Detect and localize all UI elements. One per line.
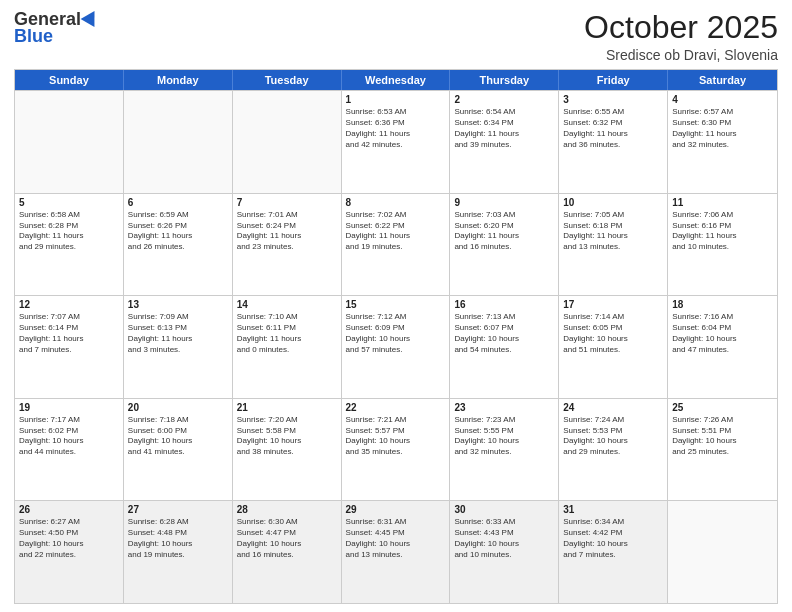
day-number: 23 — [454, 402, 554, 413]
day-number: 16 — [454, 299, 554, 310]
cell-info: Sunrise: 7:10 AMSunset: 6:11 PMDaylight:… — [237, 312, 337, 355]
header-wednesday: Wednesday — [342, 70, 451, 90]
calendar-cell: 13Sunrise: 7:09 AMSunset: 6:13 PMDayligh… — [124, 296, 233, 398]
day-number: 25 — [672, 402, 773, 413]
calendar-cell: 8Sunrise: 7:02 AMSunset: 6:22 PMDaylight… — [342, 194, 451, 296]
header-tuesday: Tuesday — [233, 70, 342, 90]
cell-info: Sunrise: 7:26 AMSunset: 5:51 PMDaylight:… — [672, 415, 773, 458]
calendar-cell: 25Sunrise: 7:26 AMSunset: 5:51 PMDayligh… — [668, 399, 777, 501]
calendar-cell: 5Sunrise: 6:58 AMSunset: 6:28 PMDaylight… — [15, 194, 124, 296]
cell-info: Sunrise: 7:12 AMSunset: 6:09 PMDaylight:… — [346, 312, 446, 355]
calendar-row-3: 12Sunrise: 7:07 AMSunset: 6:14 PMDayligh… — [15, 295, 777, 398]
cell-info: Sunrise: 7:03 AMSunset: 6:20 PMDaylight:… — [454, 210, 554, 253]
calendar-cell — [15, 91, 124, 193]
header-saturday: Saturday — [668, 70, 777, 90]
calendar-cell: 1Sunrise: 6:53 AMSunset: 6:36 PMDaylight… — [342, 91, 451, 193]
calendar-row-4: 19Sunrise: 7:17 AMSunset: 6:02 PMDayligh… — [15, 398, 777, 501]
cell-info: Sunrise: 6:59 AMSunset: 6:26 PMDaylight:… — [128, 210, 228, 253]
calendar-cell: 6Sunrise: 6:59 AMSunset: 6:26 PMDaylight… — [124, 194, 233, 296]
header-monday: Monday — [124, 70, 233, 90]
calendar-cell: 27Sunrise: 6:28 AMSunset: 4:48 PMDayligh… — [124, 501, 233, 603]
calendar-cell: 22Sunrise: 7:21 AMSunset: 5:57 PMDayligh… — [342, 399, 451, 501]
calendar-cell: 10Sunrise: 7:05 AMSunset: 6:18 PMDayligh… — [559, 194, 668, 296]
cell-info: Sunrise: 7:09 AMSunset: 6:13 PMDaylight:… — [128, 312, 228, 355]
logo-blue: Blue — [14, 26, 53, 47]
day-number: 2 — [454, 94, 554, 105]
day-number: 22 — [346, 402, 446, 413]
cell-info: Sunrise: 7:23 AMSunset: 5:55 PMDaylight:… — [454, 415, 554, 458]
calendar-cell: 16Sunrise: 7:13 AMSunset: 6:07 PMDayligh… — [450, 296, 559, 398]
calendar-row-2: 5Sunrise: 6:58 AMSunset: 6:28 PMDaylight… — [15, 193, 777, 296]
calendar-header: Sunday Monday Tuesday Wednesday Thursday… — [15, 70, 777, 90]
calendar-cell: 31Sunrise: 6:34 AMSunset: 4:42 PMDayligh… — [559, 501, 668, 603]
cell-info: Sunrise: 6:34 AMSunset: 4:42 PMDaylight:… — [563, 517, 663, 560]
cell-info: Sunrise: 7:06 AMSunset: 6:16 PMDaylight:… — [672, 210, 773, 253]
day-number: 10 — [563, 197, 663, 208]
cell-info: Sunrise: 6:33 AMSunset: 4:43 PMDaylight:… — [454, 517, 554, 560]
day-number: 14 — [237, 299, 337, 310]
header-friday: Friday — [559, 70, 668, 90]
day-number: 3 — [563, 94, 663, 105]
cell-info: Sunrise: 7:13 AMSunset: 6:07 PMDaylight:… — [454, 312, 554, 355]
calendar-cell: 3Sunrise: 6:55 AMSunset: 6:32 PMDaylight… — [559, 91, 668, 193]
day-number: 6 — [128, 197, 228, 208]
calendar-row-1: 1Sunrise: 6:53 AMSunset: 6:36 PMDaylight… — [15, 90, 777, 193]
cell-info: Sunrise: 7:14 AMSunset: 6:05 PMDaylight:… — [563, 312, 663, 355]
day-number: 8 — [346, 197, 446, 208]
calendar-cell: 23Sunrise: 7:23 AMSunset: 5:55 PMDayligh… — [450, 399, 559, 501]
day-number: 27 — [128, 504, 228, 515]
page: General Blue October 2025 Sredisce ob Dr… — [0, 0, 792, 612]
cell-info: Sunrise: 7:01 AMSunset: 6:24 PMDaylight:… — [237, 210, 337, 253]
cell-info: Sunrise: 6:58 AMSunset: 6:28 PMDaylight:… — [19, 210, 119, 253]
cell-info: Sunrise: 7:05 AMSunset: 6:18 PMDaylight:… — [563, 210, 663, 253]
day-number: 12 — [19, 299, 119, 310]
calendar-cell: 24Sunrise: 7:24 AMSunset: 5:53 PMDayligh… — [559, 399, 668, 501]
cell-info: Sunrise: 7:20 AMSunset: 5:58 PMDaylight:… — [237, 415, 337, 458]
day-number: 24 — [563, 402, 663, 413]
day-number: 9 — [454, 197, 554, 208]
calendar-cell — [124, 91, 233, 193]
cell-info: Sunrise: 7:02 AMSunset: 6:22 PMDaylight:… — [346, 210, 446, 253]
cell-info: Sunrise: 7:24 AMSunset: 5:53 PMDaylight:… — [563, 415, 663, 458]
day-number: 28 — [237, 504, 337, 515]
location-title: Sredisce ob Dravi, Slovenia — [584, 47, 778, 63]
calendar-cell: 14Sunrise: 7:10 AMSunset: 6:11 PMDayligh… — [233, 296, 342, 398]
calendar-cell: 15Sunrise: 7:12 AMSunset: 6:09 PMDayligh… — [342, 296, 451, 398]
calendar-cell: 4Sunrise: 6:57 AMSunset: 6:30 PMDaylight… — [668, 91, 777, 193]
cell-info: Sunrise: 6:54 AMSunset: 6:34 PMDaylight:… — [454, 107, 554, 150]
cell-info: Sunrise: 7:17 AMSunset: 6:02 PMDaylight:… — [19, 415, 119, 458]
day-number: 5 — [19, 197, 119, 208]
cell-info: Sunrise: 6:53 AMSunset: 6:36 PMDaylight:… — [346, 107, 446, 150]
calendar-cell: 21Sunrise: 7:20 AMSunset: 5:58 PMDayligh… — [233, 399, 342, 501]
day-number: 11 — [672, 197, 773, 208]
day-number: 17 — [563, 299, 663, 310]
day-number: 30 — [454, 504, 554, 515]
title-block: October 2025 Sredisce ob Dravi, Slovenia — [584, 10, 778, 63]
cell-info: Sunrise: 6:31 AMSunset: 4:45 PMDaylight:… — [346, 517, 446, 560]
calendar-cell: 2Sunrise: 6:54 AMSunset: 6:34 PMDaylight… — [450, 91, 559, 193]
calendar: Sunday Monday Tuesday Wednesday Thursday… — [14, 69, 778, 604]
cell-info: Sunrise: 6:57 AMSunset: 6:30 PMDaylight:… — [672, 107, 773, 150]
cell-info: Sunrise: 7:21 AMSunset: 5:57 PMDaylight:… — [346, 415, 446, 458]
day-number: 19 — [19, 402, 119, 413]
day-number: 7 — [237, 197, 337, 208]
day-number: 15 — [346, 299, 446, 310]
cell-info: Sunrise: 7:18 AMSunset: 6:00 PMDaylight:… — [128, 415, 228, 458]
day-number: 4 — [672, 94, 773, 105]
calendar-cell: 19Sunrise: 7:17 AMSunset: 6:02 PMDayligh… — [15, 399, 124, 501]
header-thursday: Thursday — [450, 70, 559, 90]
calendar-cell: 7Sunrise: 7:01 AMSunset: 6:24 PMDaylight… — [233, 194, 342, 296]
calendar-cell: 28Sunrise: 6:30 AMSunset: 4:47 PMDayligh… — [233, 501, 342, 603]
calendar-cell: 9Sunrise: 7:03 AMSunset: 6:20 PMDaylight… — [450, 194, 559, 296]
calendar-cell: 18Sunrise: 7:16 AMSunset: 6:04 PMDayligh… — [668, 296, 777, 398]
calendar-cell: 30Sunrise: 6:33 AMSunset: 4:43 PMDayligh… — [450, 501, 559, 603]
calendar-cell: 29Sunrise: 6:31 AMSunset: 4:45 PMDayligh… — [342, 501, 451, 603]
day-number: 18 — [672, 299, 773, 310]
calendar-row-5: 26Sunrise: 6:27 AMSunset: 4:50 PMDayligh… — [15, 500, 777, 603]
cell-info: Sunrise: 6:30 AMSunset: 4:47 PMDaylight:… — [237, 517, 337, 560]
cell-info: Sunrise: 6:55 AMSunset: 6:32 PMDaylight:… — [563, 107, 663, 150]
cell-info: Sunrise: 6:28 AMSunset: 4:48 PMDaylight:… — [128, 517, 228, 560]
logo-triangle-icon — [81, 7, 102, 27]
header: General Blue October 2025 Sredisce ob Dr… — [14, 10, 778, 63]
month-title: October 2025 — [584, 10, 778, 45]
